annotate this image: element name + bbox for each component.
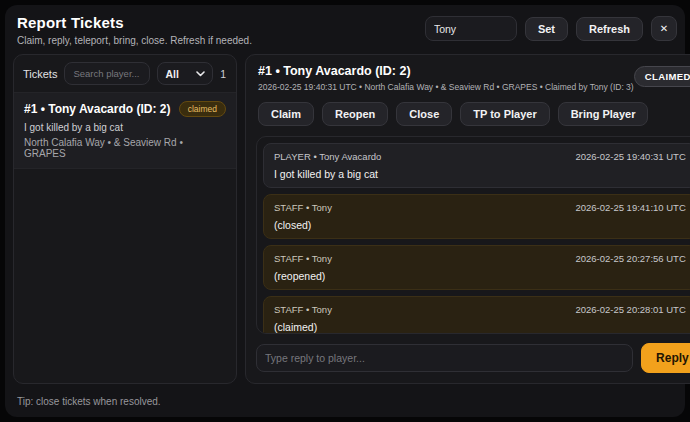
message-card-staff: STAFF • Tony 2026-02-25 19:41:10 UTC (cl… [263,194,690,239]
ticket-item-status-badge: claimed [179,101,226,117]
message-timestamp: 2026-02-25 20:27:56 UTC [575,253,685,264]
ticket-list-title: Tickets [23,68,57,80]
message-text: (claimed) [274,321,686,333]
message-timestamp: 2026-02-25 19:41:10 UTC [575,202,685,213]
ticket-detail-meta: 2026-02-25 19:40:31 UTC • North Calafia … [258,82,634,92]
message-header: STAFF • Tony 2026-02-25 20:27:56 UTC [274,253,686,264]
claim-button[interactable]: Claim [258,102,314,126]
status-badge: CLAIMED [634,66,690,87]
search-input[interactable] [64,62,150,85]
ticket-detail-title: #1 • Tony Avacardo (ID: 2) [258,64,634,78]
message-timestamp: 2026-02-25 20:28:01 UTC [575,304,685,315]
ticket-item-title: #1 • Tony Avacardo (ID: 2) [24,102,170,116]
staff-name-input[interactable] [425,16,517,41]
close-icon: ✕ [660,23,668,34]
message-list: PLAYER • Tony Avacardo 2026-02-25 19:40:… [256,136,690,334]
message-header: PLAYER • Tony Avacardo 2026-02-25 19:40:… [274,151,686,162]
message-author: PLAYER • Tony Avacardo [274,151,381,162]
ticket-item-header: #1 • Tony Avacardo (ID: 2) claimed [24,101,226,117]
page-subtitle: Claim, reply, teleport, bring, close. Re… [17,35,252,46]
close-ticket-button[interactable]: Close [396,102,452,126]
action-buttons: Claim Reopen Close TP to Player Bring Pl… [246,94,690,128]
ticket-detail-header: #1 • Tony Avacardo (ID: 2) 2026-02-25 19… [246,55,690,94]
message-author: STAFF • Tony [274,253,332,264]
top-bar: Report Tickets Claim, reply, teleport, b… [5,5,685,50]
ticket-item-preview: I got killed by a big cat [24,122,226,133]
ticket-list-item[interactable]: #1 • Tony Avacardo (ID: 2) claimed I got… [14,93,236,169]
message-text: I got killed by a big cat [274,168,686,180]
ticket-list-header: Tickets All 1 [14,55,236,92]
footer-tip: Tip: close tickets when resolved. [17,396,161,407]
message-header: STAFF • Tony 2026-02-25 19:41:10 UTC [274,202,686,213]
bring-player-button[interactable]: Bring Player [558,102,649,126]
message-author: STAFF • Tony [274,304,332,315]
message-card-staff: STAFF • Tony 2026-02-25 20:28:01 UTC (cl… [263,296,690,334]
title-block: Report Tickets Claim, reply, teleport, b… [17,14,252,46]
top-controls: Set Refresh ✕ [425,14,677,41]
page-title: Report Tickets [17,14,252,31]
tp-to-player-button[interactable]: TP to Player [460,102,549,126]
message-card-staff: STAFF • Tony 2026-02-25 20:27:56 UTC (re… [263,245,690,290]
ticket-item-location: North Calafia Way • & Seaview Rd • GRAPE… [24,137,226,159]
set-button[interactable]: Set [525,17,568,41]
message-author: STAFF • Tony [274,202,332,213]
main-area: Tickets All 1 #1 • Tony Avacardo (ID: 2)… [5,50,685,384]
report-tickets-window: Report Tickets Claim, reply, teleport, b… [5,5,685,417]
ticket-detail-panel: #1 • Tony Avacardo (ID: 2) 2026-02-25 19… [245,54,690,384]
chevron-down-icon [196,71,205,77]
refresh-button[interactable]: Refresh [576,17,643,41]
message-header: STAFF • Tony 2026-02-25 20:28:01 UTC [274,304,686,315]
message-timestamp: 2026-02-25 19:40:31 UTC [575,151,685,162]
filter-dropdown[interactable]: All [157,62,213,85]
close-button[interactable]: ✕ [651,16,677,41]
message-text: (closed) [274,219,686,231]
reopen-button[interactable]: Reopen [322,102,388,126]
footer: Tip: close tickets when resolved. [5,384,685,417]
ticket-list-panel: Tickets All 1 #1 • Tony Avacardo (ID: 2)… [13,54,237,384]
message-text: (reopened) [274,270,686,282]
message-card-player: PLAYER • Tony Avacardo 2026-02-25 19:40:… [263,143,690,188]
filter-selected-value: All [165,68,178,80]
reply-input[interactable] [256,344,633,372]
ticket-count: 1 [220,68,227,80]
reply-button[interactable]: Reply [641,343,690,373]
reply-row: Reply [246,334,690,383]
ticket-detail-titleblock: #1 • Tony Avacardo (ID: 2) 2026-02-25 19… [258,64,634,92]
